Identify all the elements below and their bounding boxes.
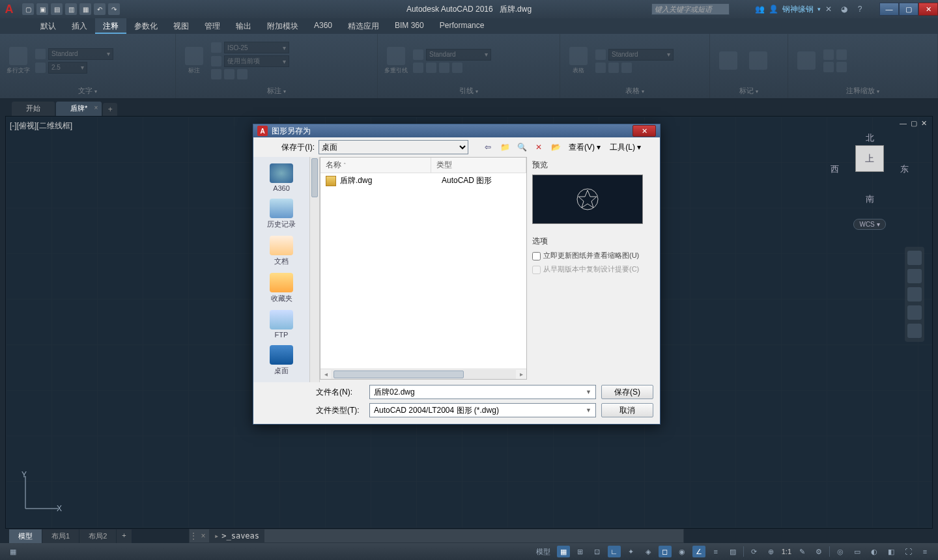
as1-icon[interactable] [823,49,834,60]
text-style-combo[interactable]: Standard▾ [48,48,113,60]
tools-menu[interactable]: 工具(L) ▾ [607,142,644,153]
viewport-label[interactable]: [-][俯视][二维线框] [10,120,72,132]
dim1-icon[interactable] [211,69,221,79]
dim-style-combo[interactable]: ISO-25▾ [224,42,289,53]
sb-gear-icon[interactable]: ⚙ [812,546,825,557]
as2-icon[interactable] [836,49,847,60]
sb-annoscale-icon[interactable]: ✎ [795,546,808,557]
nav-zoom-icon[interactable] [907,287,922,301]
as3-icon[interactable] [823,62,834,72]
dialog-titlebar[interactable]: A 图形另存为 ✕ [253,124,660,137]
viewcube-west[interactable]: 西 [831,163,839,175]
tab-document[interactable]: 盾牌*× [56,102,102,116]
viewcube-north[interactable]: 北 [866,132,874,144]
layout-add-button[interactable]: + [117,529,131,543]
sb-custom-icon[interactable]: ≡ [918,546,931,557]
command-input[interactable]: >_saveas [209,529,264,542]
ml4-icon[interactable] [452,63,462,73]
newfolder-icon[interactable]: 📂 [549,141,562,154]
abc-icon[interactable] [35,49,46,59]
close-button[interactable]: ✕ [918,3,938,16]
cmd-grip-icon[interactable]: ⋮ [190,531,197,540]
col-name[interactable]: 名称 ˄ [320,158,431,173]
ml2-icon[interactable] [426,63,436,73]
text-height-combo[interactable]: 2.5▾ [48,62,87,74]
place-history[interactable]: 历史记录 [258,196,305,232]
tab-default[interactable]: 默认 [33,18,64,34]
sb-iso-icon[interactable]: ◈ [642,546,655,557]
addscale-button[interactable] [793,41,819,80]
sb-transparency-icon[interactable]: ▨ [726,546,739,557]
sb-monitor-icon[interactable]: ▭ [851,546,864,557]
delete-icon[interactable]: ✕ [532,141,545,154]
dialog-close-button[interactable]: ✕ [632,125,656,137]
places-scrollbar[interactable] [309,157,320,382]
sb-scale[interactable]: 1:1 [782,548,791,555]
file-list[interactable]: 名称 ˄ 类型 盾牌.dwg AutoCAD 图形 ◂▸ [320,157,527,380]
place-favorites[interactable]: 收藏夹 [258,270,305,306]
command-line[interactable]: ⋮ × >_saveas [189,529,684,543]
minimize-button[interactable]: — [879,3,899,16]
tab-output[interactable]: 输出 [228,18,259,34]
panel-markup-label[interactable]: 标记 [715,85,782,97]
ml1-icon[interactable] [413,63,423,73]
viewcube-east[interactable]: 东 [900,163,909,175]
sb-3dosnap-icon[interactable]: ◉ [675,546,689,557]
savein-combo[interactable]: 桌面 [319,140,468,154]
mtext-button[interactable]: 多行文字 [5,41,31,80]
sb-polar-icon[interactable]: ✦ [625,546,638,557]
mdi-close-icon[interactable]: ✕ [921,119,927,128]
nav-wheel-icon[interactable] [907,251,922,265]
qat-redo-icon[interactable]: ↷ [108,3,120,15]
dim2-icon[interactable] [224,69,234,79]
filetype-combo[interactable]: AutoCAD 2004/LT2004 图形 (*.dwg)▼ [369,403,596,417]
place-documents[interactable]: 文档 [258,233,305,269]
cancel-button[interactable]: 取消 [601,403,653,417]
as4-icon[interactable] [836,62,847,72]
sb-workspace-icon[interactable]: ◎ [834,546,847,557]
tab-featured[interactable]: 精选应用 [340,18,387,34]
dim-style-icon[interactable] [211,42,221,53]
layout-quick-icon[interactable]: ▦ [7,546,20,557]
tab-start[interactable]: 开始 [12,102,55,116]
mleader-button[interactable]: 多重引线 [383,41,409,80]
sb-clean-icon[interactable]: ⛶ [902,546,915,557]
tab-layout1[interactable]: 布局1 [42,529,79,543]
sb-hardware-icon[interactable]: ◐ [868,546,881,557]
cmd-close-icon[interactable]: × [197,531,209,540]
file-hscrollbar[interactable]: ◂▸ [320,369,526,379]
dim-button[interactable]: 标注 [181,41,207,80]
table-style-combo[interactable]: Standard▾ [608,49,674,61]
tab-view[interactable]: 视图 [165,18,197,34]
help-icon[interactable]: ? [855,4,865,14]
sb-otrack-icon[interactable]: ∠ [692,546,705,557]
sb-model[interactable]: 模型 [533,546,553,557]
tbl3-icon[interactable] [621,63,632,73]
nav-orbit-icon[interactable] [907,305,922,320]
col-type[interactable]: 类型 [431,158,526,173]
panel-text-label[interactable]: 文字 [5,85,170,97]
nav-pan-icon[interactable] [907,269,922,283]
viewcube-south[interactable]: 南 [866,193,874,205]
file-row[interactable]: 盾牌.dwg AutoCAD 图形 [320,173,526,188]
table-button[interactable]: 表格 [565,41,591,80]
sb-osnap-icon[interactable]: ◻ [659,546,672,557]
panel-dim-label[interactable]: 标注 [181,85,372,97]
sb-cycling-icon[interactable]: ⟳ [748,546,761,557]
tab-performance[interactable]: Performance [432,18,492,34]
new-tab-button[interactable]: + [103,103,117,116]
sb-grid-icon[interactable]: ▦ [557,546,570,557]
ml-style-combo[interactable]: Standard▾ [426,49,491,61]
tab-addins[interactable]: 附加模块 [259,18,306,34]
tab-manage[interactable]: 管理 [197,18,228,34]
ucs-icon[interactable]: XY [19,469,64,515]
tbl-style-icon[interactable] [595,49,606,60]
qat-undo-icon[interactable]: ↶ [94,3,106,15]
mdi-min-icon[interactable]: — [900,119,907,128]
save-button[interactable]: 保存(S) [601,385,653,399]
exchange-icon[interactable]: ✕ [823,4,834,14]
user-menu[interactable]: 👥 👤 钢神缘钢 ▾ [755,4,821,15]
dim3-icon[interactable] [237,69,248,79]
viewcube-top[interactable]: 上 [855,145,884,172]
tab-model[interactable]: 模型 [9,529,42,543]
